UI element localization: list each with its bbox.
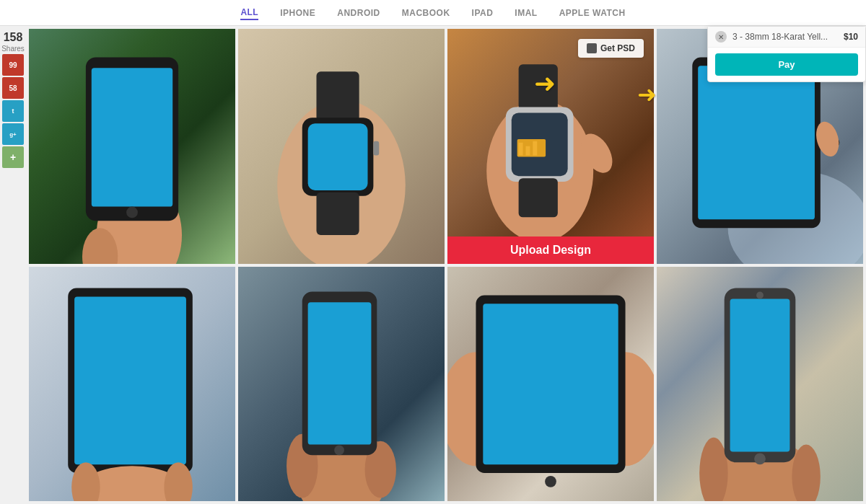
- tablet-mockup-7: [447, 267, 654, 502]
- svg-rect-10: [373, 141, 379, 156]
- tab-all[interactable]: ALL: [240, 6, 258, 20]
- grid-item-7[interactable]: [447, 267, 654, 502]
- cart-item-title: 3 - 38mm 18-Karat Yell...: [732, 32, 838, 42]
- cart-price: $10: [844, 32, 858, 42]
- svg-point-33: [287, 433, 318, 498]
- get-psd-label: Get PSD: [600, 43, 635, 53]
- upload-design-banner[interactable]: Upload Design: [447, 236, 654, 264]
- svg-rect-6: [316, 71, 359, 121]
- svg-point-4: [126, 207, 138, 218]
- svg-rect-27: [74, 296, 186, 464]
- left-sidebar: 158 Shares 99 58 t g+ +: [0, 26, 26, 168]
- svg-point-28: [127, 474, 137, 484]
- svg-rect-15: [517, 139, 546, 157]
- watch-mockup-2: [238, 29, 445, 264]
- svg-point-43: [707, 437, 813, 501]
- svg-rect-26: [68, 288, 193, 472]
- svg-point-49: [756, 291, 764, 299]
- cart-close-button[interactable]: ✕: [715, 31, 727, 43]
- watch-mockup-3: [447, 29, 654, 264]
- svg-point-48: [754, 453, 766, 464]
- image-grid: Get PSD ➜ Upload Design: [26, 26, 866, 504]
- phone-mockup-6: [238, 267, 445, 502]
- grid-item-1[interactable]: [29, 29, 235, 264]
- tab-macbook[interactable]: MACBOOK: [402, 6, 450, 19]
- svg-rect-13: [506, 107, 574, 182]
- svg-point-11: [486, 100, 593, 242]
- share-count: 158: [4, 32, 23, 43]
- svg-point-37: [334, 445, 344, 455]
- svg-point-1: [82, 228, 118, 263]
- tab-android[interactable]: ANDROID: [337, 6, 380, 19]
- svg-rect-3: [92, 68, 172, 206]
- main-content: 158 Shares 99 58 t g+ +: [0, 26, 866, 504]
- svg-point-21: [728, 171, 863, 263]
- phone-mockup-8: [657, 267, 863, 502]
- tab-ipad[interactable]: IPAD: [472, 6, 494, 19]
- svg-point-38: [447, 352, 512, 466]
- grid-item-5[interactable]: [29, 267, 235, 502]
- other-share-button[interactable]: +: [2, 146, 24, 168]
- facebook-badge: 99: [9, 61, 17, 69]
- svg-point-0: [97, 178, 182, 263]
- phone-mockup-1: [29, 29, 235, 264]
- grid-item-2[interactable]: [238, 29, 445, 264]
- nav-tabs: ALL IPHONE ANDROID MACBOOK IPAD IMAL APP…: [0, 0, 866, 26]
- svg-rect-47: [730, 299, 790, 451]
- svg-rect-35: [302, 291, 377, 455]
- svg-rect-19: [519, 178, 558, 217]
- svg-rect-23: [698, 66, 815, 219]
- cart-popup-header: ✕ 3 - 38mm 18-Karat Yell... $10: [708, 27, 865, 48]
- svg-point-32: [295, 423, 388, 501]
- svg-rect-17: [525, 146, 530, 156]
- arrow-get-psd: ➜: [534, 68, 556, 99]
- get-psd-button[interactable]: Get PSD: [578, 39, 644, 58]
- svg-rect-2: [86, 57, 178, 221]
- svg-point-25: [813, 119, 842, 159]
- svg-point-44: [699, 437, 727, 501]
- share-label: Shares: [1, 45, 25, 53]
- svg-point-20: [575, 128, 618, 178]
- arrow-pay: ➜: [637, 81, 657, 108]
- grid-item-3[interactable]: Get PSD ➜ Upload Design: [447, 29, 654, 264]
- svg-rect-36: [308, 302, 372, 444]
- svg-rect-22: [692, 57, 821, 228]
- pay-button[interactable]: Pay: [715, 53, 858, 76]
- svg-rect-18: [533, 141, 537, 156]
- svg-rect-40: [476, 295, 625, 473]
- svg-rect-9: [316, 193, 359, 235]
- svg-rect-8: [308, 123, 368, 190]
- twitter-share-button[interactable]: t: [2, 100, 24, 122]
- svg-point-34: [365, 441, 396, 498]
- tab-iphone[interactable]: IPHONE: [280, 6, 315, 19]
- tab-apple-watch[interactable]: APPLE WATCH: [559, 6, 626, 19]
- grid-item-8[interactable]: [657, 267, 863, 502]
- pinterest-badge: 58: [9, 84, 17, 92]
- svg-rect-14: [512, 112, 568, 176]
- psd-icon: [587, 43, 597, 53]
- cart-popup: ✕ 3 - 38mm 18-Karat Yell... $10 Pay: [707, 26, 866, 82]
- svg-rect-16: [519, 143, 523, 156]
- svg-point-45: [792, 444, 820, 501]
- svg-point-31: [164, 462, 192, 501]
- tab-imal[interactable]: IMAL: [515, 6, 537, 19]
- svg-point-29: [75, 466, 189, 501]
- google-share-button[interactable]: g+: [2, 123, 24, 145]
- svg-point-5: [277, 100, 406, 264]
- tablet-mockup-5: [29, 267, 235, 502]
- svg-point-30: [71, 462, 100, 501]
- svg-rect-46: [725, 288, 796, 462]
- grid-item-6[interactable]: [238, 267, 445, 502]
- svg-point-42: [545, 475, 556, 487]
- svg-point-24: [830, 138, 840, 148]
- facebook-share-button[interactable]: 99: [2, 54, 24, 76]
- svg-rect-7: [302, 118, 374, 195]
- svg-point-39: [590, 352, 654, 466]
- svg-rect-41: [483, 304, 618, 464]
- pinterest-share-button[interactable]: 58: [2, 77, 24, 99]
